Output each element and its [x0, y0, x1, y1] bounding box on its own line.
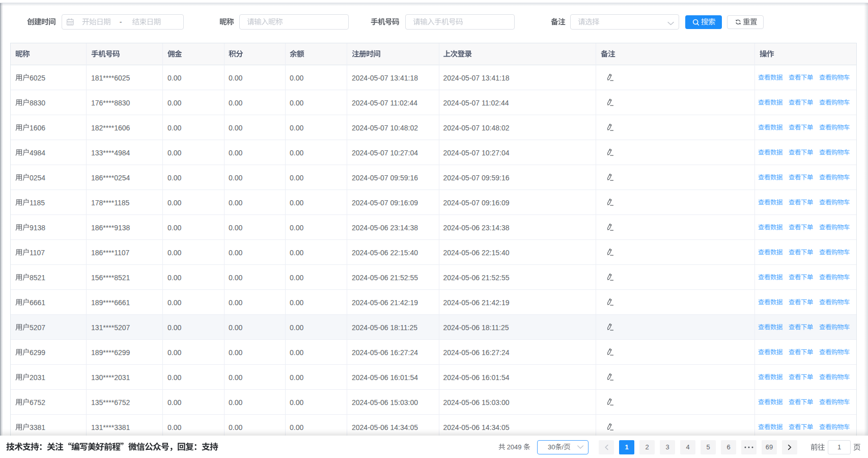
svg-text:0.00: 0.00 — [167, 124, 181, 132]
svg-text:182****1606: 182****1606 — [91, 124, 130, 132]
svg-text:130****2031: 130****2031 — [91, 373, 130, 382]
svg-text:2024-05-06 22:15:40: 2024-05-06 22:15:40 — [352, 249, 418, 257]
svg-text:0.00: 0.00 — [167, 348, 181, 357]
svg-text:131****3381: 131****3381 — [91, 423, 130, 432]
svg-text:0.00: 0.00 — [229, 324, 242, 332]
svg-text:69: 69 — [766, 443, 773, 451]
svg-text:0.00: 0.00 — [229, 124, 242, 132]
svg-text:2024-05-07 10:27:04: 2024-05-07 10:27:04 — [443, 149, 510, 157]
svg-text:189****6299: 189****6299 — [91, 348, 130, 357]
svg-text:2024-05-07 11:02:44: 2024-05-07 11:02:44 — [443, 99, 509, 107]
svg-text:8830: 8830 — [30, 99, 45, 107]
svg-text:2024-05-07 13:41:18: 2024-05-07 13:41:18 — [352, 74, 418, 82]
svg-text:176****8830: 176****8830 — [91, 99, 130, 107]
svg-text:2024-05-07 09:59:16: 2024-05-07 09:59:16 — [352, 174, 418, 182]
svg-text:2024-05-06 23:14:38: 2024-05-06 23:14:38 — [352, 224, 418, 232]
svg-text:2024-05-06 21:42:19: 2024-05-06 21:42:19 — [352, 299, 418, 307]
svg-text:186****0254: 186****0254 — [91, 174, 130, 182]
svg-text:5207: 5207 — [30, 324, 45, 332]
svg-text:0.00: 0.00 — [290, 373, 303, 382]
svg-text:1185: 1185 — [30, 199, 45, 207]
svg-text:2024-05-06 15:03:00: 2024-05-06 15:03:00 — [443, 398, 510, 407]
svg-text:2024-05-06 15:03:00: 2024-05-06 15:03:00 — [352, 398, 418, 407]
svg-text:2024-05-06 16:01:54: 2024-05-06 16:01:54 — [352, 373, 418, 382]
svg-text:1107: 1107 — [30, 249, 45, 257]
svg-text:2024-05-07 13:41:18: 2024-05-07 13:41:18 — [443, 74, 510, 82]
svg-text:0.00: 0.00 — [229, 174, 242, 182]
svg-text:181****6025: 181****6025 — [91, 74, 130, 82]
svg-text:0.00: 0.00 — [290, 99, 303, 107]
svg-text:1606: 1606 — [30, 124, 45, 132]
svg-text:6752: 6752 — [30, 398, 45, 407]
svg-text:2024-05-06 21:52:55: 2024-05-06 21:52:55 — [352, 274, 418, 282]
svg-text:0.00: 0.00 — [229, 199, 242, 207]
svg-text:0.00: 0.00 — [229, 74, 242, 82]
svg-text:0.00: 0.00 — [229, 373, 242, 382]
svg-text:2024-05-07 09:16:09: 2024-05-07 09:16:09 — [352, 199, 418, 207]
svg-text:/: / — [562, 443, 564, 451]
svg-text:0.00: 0.00 — [167, 299, 181, 307]
svg-text:135****6752: 135****6752 — [91, 398, 130, 407]
svg-text:0.00: 0.00 — [167, 174, 181, 182]
svg-text:4984: 4984 — [30, 149, 45, 157]
svg-text:2024-05-06 14:34:05: 2024-05-06 14:34:05 — [443, 423, 510, 432]
svg-text:0254: 0254 — [30, 174, 45, 182]
svg-text:30: 30 — [548, 443, 555, 451]
svg-text:1: 1 — [837, 443, 841, 451]
svg-text:3381: 3381 — [30, 423, 45, 432]
svg-text:2024-05-06 23:14:38: 2024-05-06 23:14:38 — [443, 224, 510, 232]
svg-text:0.00: 0.00 — [290, 348, 303, 357]
svg-text:6025: 6025 — [30, 74, 45, 82]
svg-text:0.00: 0.00 — [167, 249, 181, 257]
svg-text:186****1107: 186****1107 — [91, 249, 129, 257]
svg-text:0.00: 0.00 — [290, 249, 303, 257]
svg-text:2024-05-06 16:27:24: 2024-05-06 16:27:24 — [352, 348, 418, 357]
svg-text:2024-05-06 16:27:24: 2024-05-06 16:27:24 — [443, 348, 510, 357]
svg-text:0.00: 0.00 — [167, 423, 181, 432]
svg-text:0.00: 0.00 — [290, 174, 303, 182]
svg-text:0.00: 0.00 — [229, 99, 242, 107]
svg-text:2049: 2049 — [505, 443, 523, 451]
svg-text:2024-05-07 10:48:02: 2024-05-07 10:48:02 — [352, 124, 418, 132]
svg-text:0.00: 0.00 — [167, 74, 181, 82]
svg-text:0.00: 0.00 — [167, 99, 181, 107]
svg-text:5: 5 — [706, 443, 710, 451]
svg-text:0.00: 0.00 — [290, 324, 303, 332]
svg-text:0.00: 0.00 — [229, 274, 242, 282]
svg-text:6: 6 — [726, 443, 730, 451]
svg-text:2024-05-07 11:02:44: 2024-05-07 11:02:44 — [352, 99, 417, 107]
svg-text:0.00: 0.00 — [290, 423, 303, 432]
svg-text:0.00: 0.00 — [290, 224, 303, 232]
svg-text:178****1185: 178****1185 — [91, 199, 129, 207]
svg-text:133****4984: 133****4984 — [91, 149, 130, 157]
svg-text:0.00: 0.00 — [290, 124, 303, 132]
svg-text:0.00: 0.00 — [229, 224, 242, 232]
svg-text:0.00: 0.00 — [167, 398, 181, 407]
svg-text:0.00: 0.00 — [229, 398, 242, 407]
svg-text:2024-05-07 10:48:02: 2024-05-07 10:48:02 — [443, 124, 510, 132]
svg-text:2024-05-06 21:52:55: 2024-05-06 21:52:55 — [443, 274, 510, 282]
svg-text:2024-05-07 09:16:09: 2024-05-07 09:16:09 — [443, 199, 510, 207]
svg-text:2024-05-06 18:11:25: 2024-05-06 18:11:25 — [352, 324, 417, 332]
svg-text:2: 2 — [645, 443, 649, 451]
svg-text:189****6661: 189****6661 — [91, 299, 130, 307]
svg-text:0.00: 0.00 — [229, 423, 242, 432]
svg-text:0.00: 0.00 — [167, 324, 181, 332]
svg-text:2024-05-06 18:11:25: 2024-05-06 18:11:25 — [443, 324, 509, 332]
svg-text:186****9138: 186****9138 — [91, 224, 130, 232]
svg-text:0.00: 0.00 — [229, 149, 242, 157]
svg-text:2024-05-07 09:59:16: 2024-05-07 09:59:16 — [443, 174, 510, 182]
svg-text:9138: 9138 — [30, 224, 45, 232]
svg-text:0.00: 0.00 — [290, 199, 303, 207]
svg-text:2024-05-06 21:42:19: 2024-05-06 21:42:19 — [443, 299, 510, 307]
svg-text:2024-05-06 22:15:40: 2024-05-06 22:15:40 — [443, 249, 510, 257]
svg-text:0.00: 0.00 — [167, 373, 181, 382]
svg-text:0.00: 0.00 — [167, 199, 181, 207]
svg-text:156****8521: 156****8521 — [91, 274, 130, 282]
svg-text:0.00: 0.00 — [290, 274, 303, 282]
svg-text:0.00: 0.00 — [167, 149, 181, 157]
svg-text:4: 4 — [686, 443, 689, 451]
svg-text:0.00: 0.00 — [290, 299, 303, 307]
svg-text:2024-05-07 10:27:04: 2024-05-07 10:27:04 — [352, 149, 418, 157]
svg-text:-: - — [120, 18, 122, 26]
